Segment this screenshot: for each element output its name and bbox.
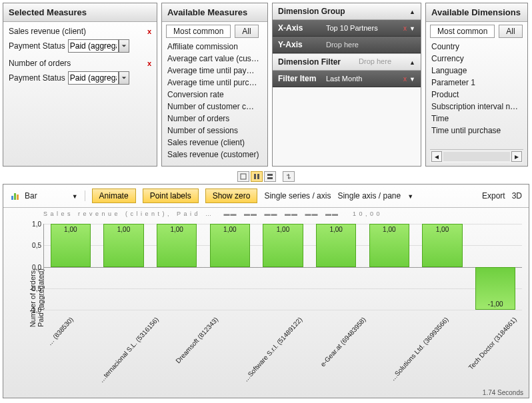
filter-item-row[interactable]: Filter Item Last Month x [273, 71, 421, 87]
svg-rect-1 [254, 174, 256, 179]
remove-x-axis-icon[interactable]: x [403, 25, 407, 32]
chart-bar[interactable]: -1,00 [475, 267, 516, 310]
collapse-icon[interactable] [409, 57, 415, 67]
render-time: 1.74 Seconds [3, 388, 529, 398]
list-item[interactable]: Conversion rate [166, 89, 263, 101]
list-item[interactable]: Sales revenue (client) [166, 137, 263, 149]
selected-measure-name: Number of orders [9, 59, 71, 68]
list-item[interactable]: Average time until pay… [166, 65, 263, 77]
available-measures-panel: Available Measures Most common All Affil… [161, 3, 268, 167]
available-dimensions-list: Country Currency Language Parameter 1 Pr… [430, 41, 523, 149]
filter-value-select[interactable] [68, 71, 119, 85]
y-tick: 0,0 [32, 263, 44, 270]
dimension-filter-header: Dimension Filter Drop here [273, 53, 421, 71]
filter-value-select[interactable] [68, 39, 119, 53]
svg-rect-0 [241, 174, 246, 179]
list-item[interactable]: Affiliate commission [166, 41, 263, 53]
selected-measures-header: Selected Measures [3, 3, 157, 22]
chart-bar[interactable]: 1,00 [369, 224, 410, 267]
chart-bar[interactable]: 1,00 [157, 224, 197, 267]
list-item[interactable]: Language [430, 65, 523, 77]
available-dimensions-header: Available Dimensions [426, 3, 527, 22]
scroll-left-icon[interactable]: ◂ [431, 151, 442, 162]
legend-strip: S a l e s r e v e n u e ( c l i e n t ) … [43, 210, 522, 221]
remove-filter-icon[interactable]: x [403, 75, 407, 83]
list-item[interactable]: Number of sessions [166, 125, 263, 137]
chart-panel: Bar Animate Point labels Show zero Singl… [3, 184, 529, 398]
dropdown-button[interactable] [119, 39, 129, 53]
collapse-icon[interactable] [409, 7, 415, 16]
dimension-group-header: Dimension Group [273, 3, 421, 20]
list-item[interactable]: Currency [430, 53, 523, 65]
list-item[interactable]: Number of customer c… [166, 101, 263, 113]
y-axis-row[interactable]: Y-Axis Drop here [273, 37, 421, 53]
y-tick: -1,0 [30, 306, 44, 314]
chart-bar[interactable]: 1,00 [51, 224, 91, 267]
scroll-right-icon[interactable]: ▸ [511, 151, 522, 162]
available-measures-header: Available Measures [162, 3, 267, 22]
chart-bar[interactable]: 1,00 [316, 224, 357, 267]
dropdown-icon[interactable] [409, 74, 415, 83]
horizontal-scrollbar[interactable]: ◂ ▸ [430, 149, 523, 163]
tab-most-common[interactable]: Most common [430, 25, 495, 38]
svg-rect-7 [17, 195, 19, 200]
svg-rect-2 [257, 174, 259, 179]
animate-button[interactable]: Animate [92, 189, 136, 203]
list-item[interactable]: Sales revenue (customer) [166, 149, 263, 161]
3d-button[interactable]: 3D [512, 191, 522, 201]
chart-bar[interactable]: 1,00 [263, 224, 303, 267]
dropdown-icon[interactable] [409, 23, 415, 33]
axis-dropdown-icon[interactable] [407, 191, 413, 201]
selected-measures-title: Selected Measures [9, 7, 87, 17]
chart-body: S a l e s r e v e n u e ( c l i e n t ) … [3, 208, 529, 388]
tab-all[interactable]: All [235, 25, 258, 38]
list-item[interactable]: Subscription interval numbe [430, 101, 523, 113]
show-zero-button[interactable]: Show zero [205, 189, 258, 203]
list-item[interactable]: Average cart value (cus… [166, 53, 263, 65]
dimension-group-panel: Dimension Group X-Axis Top 10 Partners x… [272, 3, 421, 167]
selected-measures-panel: Selected Measures Sales revenue (client)… [3, 3, 157, 167]
chart-bar[interactable]: 1,00 [422, 224, 463, 267]
y-tick: 0,5 [32, 242, 44, 249]
y-axis-placeholder: Drop here [326, 41, 415, 49]
remove-measure-icon[interactable]: x [147, 59, 151, 67]
chart-type-dropdown-icon[interactable] [72, 191, 78, 201]
chart-bar[interactable]: 1,00 [103, 224, 144, 267]
selected-measure-block: Number of orders x Payment Status [7, 57, 153, 89]
selected-measure-name: Sales revenue (client) [9, 27, 86, 36]
chart-plot-area: 1,0 0,5 0,0 -0,5 -1,0 1,001,001,001,001,… [43, 224, 522, 310]
dropdown-button[interactable] [119, 71, 129, 85]
single-series-option[interactable]: Single series / axis [264, 191, 331, 201]
x-axis-row[interactable]: X-Axis Top 10 Partners x [273, 20, 421, 37]
view-toggle-3[interactable] [264, 171, 276, 182]
available-measures-list: Affiliate commission Average cart value … [166, 41, 263, 161]
dimension-filter-label: Dimension Filter [278, 57, 341, 67]
list-item[interactable]: Number of orders [166, 113, 263, 125]
chart-type-select[interactable]: Bar [25, 191, 37, 201]
scroll-track[interactable] [443, 152, 510, 161]
chart-bar[interactable]: 1,00 [210, 224, 251, 267]
y-axis-label: Y-Axis [278, 40, 326, 49]
available-dimensions-title: Available Dimensions [431, 7, 521, 17]
view-toggle-1[interactable] [237, 171, 249, 182]
svg-rect-5 [11, 196, 13, 200]
list-item[interactable]: Product [430, 89, 523, 101]
list-item[interactable]: Parameter 1 [430, 77, 523, 89]
tab-all[interactable]: All [499, 25, 522, 38]
tab-most-common[interactable]: Most common [166, 25, 231, 38]
point-labels-button[interactable]: Point labels [143, 189, 199, 203]
list-item[interactable]: Time until purchase [430, 125, 523, 137]
view-toggle-swap[interactable] [283, 171, 295, 182]
chart-toolbar: Bar Animate Point labels Show zero Singl… [3, 185, 529, 208]
single-axis-option[interactable]: Single axis / pane [337, 191, 401, 201]
list-item[interactable]: Country [430, 41, 523, 53]
view-toggle-2[interactable] [251, 171, 263, 182]
x-axis-value: Top 10 Partners [326, 24, 403, 32]
remove-measure-icon[interactable]: x [147, 27, 151, 35]
filter-item-value: Last Month [326, 75, 403, 83]
y-tick: 1,0 [32, 220, 44, 228]
export-button[interactable]: Export [482, 191, 505, 201]
svg-rect-6 [14, 193, 16, 200]
list-item[interactable]: Average time until purc… [166, 77, 263, 89]
list-item[interactable]: Time [430, 113, 523, 125]
